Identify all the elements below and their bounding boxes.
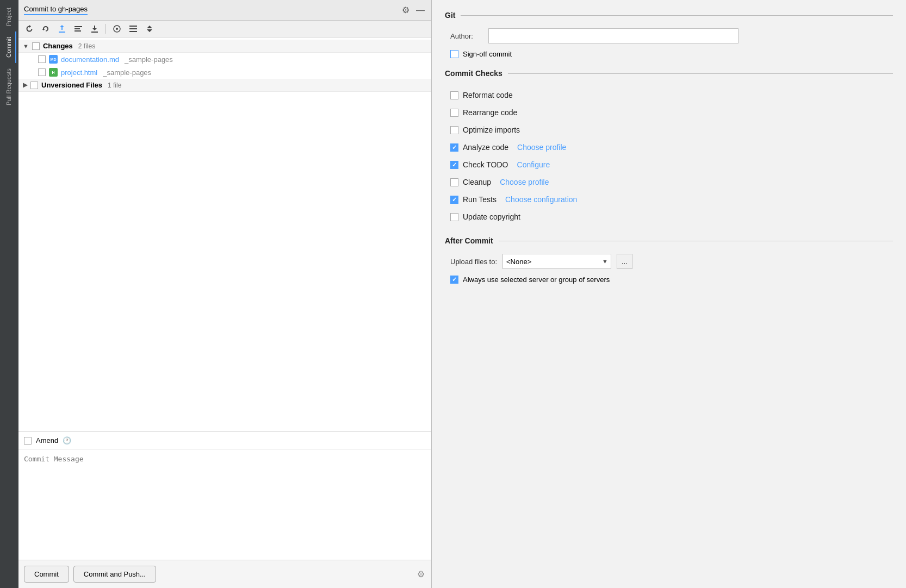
file-item-project[interactable]: H project.html _sample-pages [18,66,431,79]
html-icon: H [49,68,58,77]
update-button[interactable] [55,23,69,34]
commit-and-push-button[interactable]: Commit and Push... [73,566,156,583]
left-panel: Commit to gh-pages ⚙ — [18,0,432,588]
always-use-row: Always use selected server or group of s… [445,276,893,284]
changes-group-header[interactable]: ▼ Changes 2 files [18,40,431,53]
svg-rect-6 [129,28,137,29]
file-path-documentation: _sample-pages [125,55,173,64]
upload-ellipsis-button[interactable]: ... [617,254,632,269]
optimize-checkbox[interactable] [450,126,458,134]
md-icon: MD [49,55,58,64]
tests-choose-config-link[interactable]: Choose configuration [505,195,577,204]
settings-button[interactable]: ⚙ [401,4,411,16]
analyze-checkbox[interactable] [450,143,458,152]
unversioned-expand-arrow: ▶ [23,82,27,89]
right-panel: Git Author: Sign-off commit Commit Check… [432,0,906,588]
author-row: Author: [445,28,893,43]
author-input[interactable] [488,28,739,43]
file-tree: ▼ Changes 2 files MD documentation.md _s… [18,37,431,431]
sign-off-row: Sign-off commit [445,50,893,58]
cleanup-choose-profile-link[interactable]: Choose profile [500,178,549,186]
upload-label: Upload files to: [450,258,497,266]
vertical-sidebar: Project Commit Pull Requests [0,0,18,588]
file-name-project: project.html [61,68,97,77]
download-button[interactable] [88,23,101,34]
cleanup-checkbox[interactable] [450,178,458,186]
upload-row: Upload files to: <None> ▼ ... [445,254,893,269]
always-use-checkbox[interactable] [450,276,458,284]
svg-rect-0 [75,26,82,27]
diff-button[interactable] [72,23,85,34]
reformat-label: Reformat code [463,91,513,99]
title-bar: Commit to gh-pages ⚙ — [18,0,431,21]
bottom-section: Amend 🕐 Commit Commit and Push... ⚙ [18,431,431,588]
rearrange-checkbox[interactable] [450,109,458,117]
copyright-label: Update copyright [463,212,520,221]
upload-select-wrapper: <None> ▼ [502,254,611,269]
check-tests: Run Tests Choose configuration [445,191,893,208]
reformat-checkbox[interactable] [450,91,458,99]
changes-expand-arrow: ▼ [23,43,29,49]
todo-configure-link[interactable]: Configure [517,160,550,169]
rearrange-label: Rearrange code [463,108,517,117]
svg-rect-5 [129,26,137,27]
sidebar-tab-project[interactable]: Project [2,2,16,32]
unversioned-group-header[interactable]: ▶ Unversioned Files 1 file [18,79,431,92]
changes-file-count: 2 files [78,42,95,50]
commit-button[interactable]: Commit [24,566,69,583]
refresh-button[interactable] [23,23,36,34]
copyright-checkbox[interactable] [450,213,458,221]
toolbar-separator-1 [106,24,106,34]
amend-label: Amend [36,436,58,445]
commit-message-textarea[interactable] [18,449,431,558]
sidebar-tab-commit[interactable]: Commit [2,32,16,63]
analyze-choose-profile-link[interactable]: Choose profile [517,143,566,152]
commit-checks-section: Commit Checks Reformat code Rearrange co… [445,69,893,226]
check-copyright: Update copyright [445,208,893,226]
commit-buttons-row: Commit Commit and Push... ⚙ [18,560,431,588]
file-name-documentation: documentation.md [61,55,119,64]
tests-checkbox[interactable] [450,196,458,204]
unversioned-file-count: 1 file [108,82,121,89]
minimize-button[interactable]: — [415,4,426,16]
git-section-title: Git [445,11,893,20]
todo-label: Check TODO [463,160,508,169]
changes-group-checkbox[interactable] [32,42,40,50]
svg-rect-7 [129,31,137,32]
amend-row: Amend 🕐 [18,432,431,449]
sign-off-label: Sign-off commit [463,50,512,58]
check-reformat: Reformat code [445,86,893,104]
file-path-project: _sample-pages [103,68,151,77]
svg-point-4 [116,28,118,30]
expand-button[interactable] [143,23,156,34]
sidebar-tab-pull-requests[interactable]: Pull Requests [2,63,16,111]
sign-off-checkbox[interactable] [450,50,458,58]
unversioned-group-checkbox[interactable] [30,82,38,89]
after-commit-section: After Commit Upload files to: <None> ▼ .… [445,236,893,284]
author-label: Author: [450,32,483,40]
upload-select[interactable]: <None> [502,254,611,269]
commit-checks-title: Commit Checks [445,69,893,78]
filter-button[interactable] [110,23,123,34]
check-rearrange: Rearrange code [445,104,893,121]
todo-checkbox[interactable] [450,161,458,169]
window-title: Commit to gh-pages [24,5,88,15]
cleanup-label: Cleanup [463,178,491,186]
file-checkbox-documentation[interactable] [38,55,46,63]
title-actions: ⚙ — [401,4,426,16]
toolbar [18,21,431,37]
svg-rect-2 [75,30,81,32]
optimize-label: Optimize imports [463,126,520,134]
check-optimize: Optimize imports [445,121,893,139]
file-checkbox-project[interactable] [38,68,46,76]
group-button[interactable] [127,23,140,34]
analyze-label: Analyze code [463,143,508,152]
tests-label: Run Tests [463,195,497,204]
svg-rect-1 [75,28,80,29]
file-item-documentation[interactable]: MD documentation.md _sample-pages [18,53,431,66]
main-area: Commit to gh-pages ⚙ — [18,0,906,588]
bottom-settings-button[interactable]: ⚙ [416,566,426,583]
amend-checkbox[interactable] [24,437,32,445]
rollback-button[interactable] [39,23,52,34]
always-use-label: Always use selected server or group of s… [463,276,610,284]
